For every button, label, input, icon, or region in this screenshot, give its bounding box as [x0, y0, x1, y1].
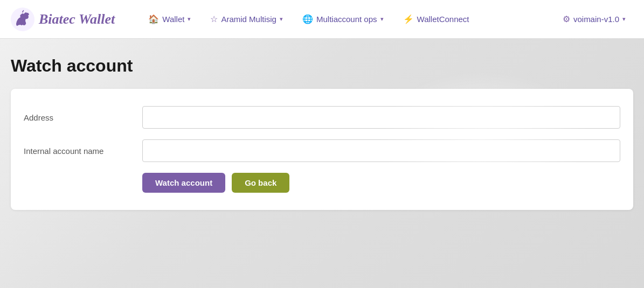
chevron-down-icon: ▾ [188, 16, 191, 23]
internal-name-input[interactable] [142, 139, 620, 162]
address-input[interactable] [142, 106, 620, 129]
home-icon: 🏠 [148, 14, 159, 24]
main-content: Watch account Address Internal account n… [0, 39, 644, 288]
go-back-button[interactable]: Go back [232, 173, 289, 193]
button-row: Watch account Go back [142, 173, 620, 193]
watch-account-button[interactable]: Watch account [142, 173, 225, 193]
nav-network-label: voimain-v1.0 [573, 15, 619, 24]
address-label: Address [24, 113, 131, 122]
lightning-icon: ⚡ [403, 14, 414, 24]
nav-item-multisig[interactable]: ☆ Aramid Multisig ▾ [203, 10, 290, 29]
nav-wallet-label: Wallet [162, 15, 184, 24]
nav-walletconnect-label: WalletConnect [417, 15, 469, 24]
header: Biatec Wallet 🏠 Wallet ▾ ☆ Aramid Multis… [0, 0, 644, 39]
nav-item-network[interactable]: ⚙ voimain-v1.0 ▾ [555, 10, 633, 29]
address-row: Address [24, 106, 620, 129]
logo-icon [11, 8, 34, 31]
page-title: Watch account [11, 56, 633, 76]
form-card: Address Internal account name Watch acco… [11, 89, 633, 210]
internal-name-row: Internal account name [24, 139, 620, 162]
nav-multisig-label: Aramid Multisig [221, 15, 276, 24]
nav-item-wallet[interactable]: 🏠 Wallet ▾ [141, 10, 198, 29]
nav-item-multiaccount[interactable]: 🌐 Multiaccount ops ▾ [295, 10, 391, 29]
chevron-down-icon-3: ▾ [380, 16, 384, 23]
globe-icon: 🌐 [302, 14, 313, 24]
star-icon: ☆ [210, 14, 218, 24]
nav-item-walletconnect[interactable]: ⚡ WalletConnect [396, 10, 477, 29]
logo[interactable]: Biatec Wallet [11, 8, 115, 31]
nav-multiaccount-label: Multiaccount ops [316, 15, 377, 24]
gear-icon: ⚙ [563, 14, 570, 24]
chevron-down-icon-2: ▾ [280, 16, 283, 23]
nav: 🏠 Wallet ▾ ☆ Aramid Multisig ▾ 🌐 Multiac… [141, 10, 633, 29]
logo-text: Biatec Wallet [39, 11, 115, 27]
chevron-down-icon-4: ▾ [622, 16, 626, 23]
internal-name-label: Internal account name [24, 146, 131, 156]
